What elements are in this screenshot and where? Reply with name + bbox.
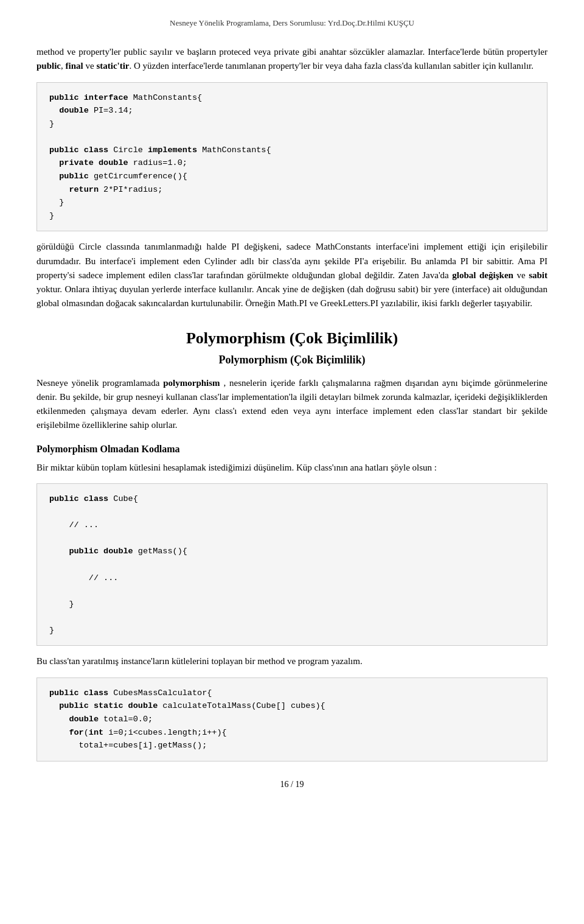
paragraph-4: Bir miktar kübün toplam kütlesini hesapl… <box>36 461 548 475</box>
page-number: 16 / 19 <box>280 780 304 789</box>
code-block-2: public class Cube{ // ... public double … <box>36 483 548 646</box>
code-block-1: public interface MathConstants{ double P… <box>36 82 548 232</box>
header-text: Nesneye Yönelik Programlama, Ders Soruml… <box>170 18 414 27</box>
page: Nesneye Yönelik Programlama, Ders Soruml… <box>0 0 584 924</box>
code-block-3: public class CubesMassCalculator{ public… <box>36 677 548 761</box>
paragraph-3: Nesneye yönelik programlamada polymorphi… <box>36 376 548 433</box>
page-header: Nesneye Yönelik Programlama, Ders Soruml… <box>36 18 548 30</box>
paragraph-5: Bu class'tan yaratılmış instance'ların k… <box>36 654 548 668</box>
polymorphism-title-large: Polymorphism (Çok Biçimlilik) <box>36 329 548 348</box>
polymorphism-no-coding-title: Polymorphism Olmadan Kodlama <box>36 444 548 455</box>
paragraph-1: method ve property'ler public sayılır ve… <box>36 45 548 74</box>
polymorphism-title-medium: Polymorphism (Çok Biçimlilik) <box>36 354 548 366</box>
paragraph-2: görüldüğü Circle classında tanımlanmadığ… <box>36 240 548 310</box>
page-footer: 16 / 19 <box>36 780 548 789</box>
